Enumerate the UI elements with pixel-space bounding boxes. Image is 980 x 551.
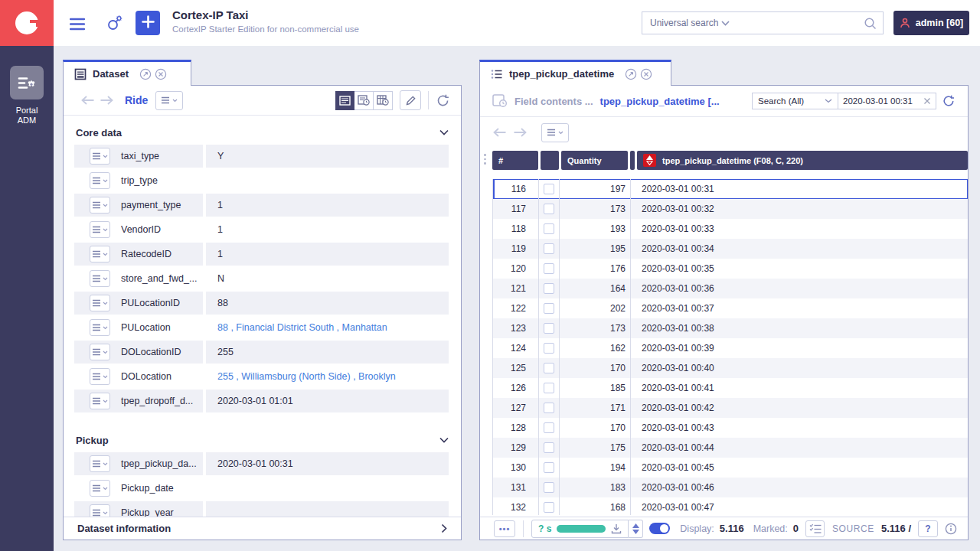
refresh-icon[interactable]: [436, 93, 450, 108]
tab-tpep-pickup-datetime[interactable]: tpep_pickup_datetime: [479, 60, 671, 86]
row-checkbox[interactable]: [544, 383, 554, 393]
search-settings-icon[interactable]: [105, 14, 123, 32]
row-checkbox[interactable]: [544, 403, 554, 413]
row-checkbox[interactable]: [544, 303, 554, 314]
field-menu-button[interactable]: [90, 172, 110, 189]
table-row[interactable]: 1321682020-03-01 00:47: [492, 497, 968, 515]
sidebar-item-portal-adm[interactable]: [10, 66, 44, 99]
record-menu-button[interactable]: [155, 91, 183, 110]
sort-ascending-icon[interactable]: [643, 154, 656, 167]
record-name[interactable]: Ride: [125, 94, 148, 106]
field-value[interactable]: 88 , Financial District South , Manhatta…: [206, 316, 449, 339]
hamburger-menu-icon[interactable]: [69, 17, 86, 31]
download-icon[interactable]: [611, 523, 622, 534]
form-history-view-button[interactable]: [354, 91, 374, 110]
form-view-button[interactable]: [335, 91, 354, 110]
table-row[interactable]: 1201762020-03-01 00:35: [492, 259, 968, 279]
column-header-quantity[interactable]: Quantity: [561, 151, 628, 170]
field-menu-button[interactable]: [90, 480, 110, 497]
field-value: N: [206, 267, 449, 290]
row-checkbox[interactable]: [544, 323, 554, 334]
field-menu-button[interactable]: [90, 319, 110, 336]
row-checkbox[interactable]: [544, 502, 554, 513]
field-menu-button[interactable]: [90, 455, 110, 472]
field-menu-button[interactable]: [90, 295, 110, 311]
universal-search-scope-select[interactable]: Universal search: [642, 11, 738, 34]
field-menu-button[interactable]: [90, 221, 110, 238]
table-row[interactable]: 1271712020-03-01 00:42: [492, 398, 968, 418]
more-options-button[interactable]: •••: [494, 520, 515, 537]
row-checkbox[interactable]: [544, 363, 554, 373]
column-drag-handle[interactable]: [484, 154, 486, 165]
column-header-datetime[interactable]: tpep_pickup_datetime (F08, C, 220): [637, 151, 968, 170]
table-row[interactable]: 1251702020-03-01 00:40: [492, 358, 968, 378]
table-row[interactable]: 1191952020-03-01 00:34: [492, 239, 968, 259]
field-search-input[interactable]: [843, 96, 916, 106]
info-icon[interactable]: [945, 523, 957, 535]
tab-dataset[interactable]: Dataset: [63, 60, 191, 86]
universal-search-input[interactable]: [745, 18, 864, 28]
row-index-cell: 131: [493, 478, 539, 497]
row-checkbox[interactable]: [544, 422, 554, 433]
edit-pencil-button[interactable]: [400, 90, 421, 110]
table-row[interactable]: 1291752020-03-01 00:44: [492, 438, 968, 458]
nav-back-icon[interactable]: [80, 95, 95, 106]
field-menu-button[interactable]: [90, 246, 110, 262]
search-icon[interactable]: [864, 17, 877, 30]
row-checkbox[interactable]: [544, 343, 554, 354]
selection-list-button[interactable]: [805, 520, 825, 537]
nav-back-icon[interactable]: [492, 127, 507, 138]
row-checkbox[interactable]: [544, 283, 554, 294]
expand-tab-icon[interactable]: [139, 68, 152, 80]
live-update-toggle[interactable]: [649, 523, 670, 534]
app-logo[interactable]: [0, 0, 54, 46]
table-row[interactable]: 1211642020-03-01 00:36: [492, 279, 968, 298]
nav-forward-icon[interactable]: [100, 95, 114, 106]
table-row[interactable]: 1222022020-03-01 00:37: [492, 298, 968, 318]
table-row[interactable]: 1231732020-03-01 00:38: [492, 318, 968, 338]
dataset-information-bar[interactable]: Dataset information: [64, 517, 461, 540]
admin-user-button[interactable]: admin [60]: [893, 11, 969, 35]
table-row[interactable]: 1301942020-03-01 00:45: [492, 458, 968, 478]
table-row[interactable]: 1281702020-03-01 00:43: [492, 418, 968, 438]
search-scope-select[interactable]: Search (All): [752, 93, 838, 109]
field-contents-field-name[interactable]: tpep_pickup_datetime [...: [600, 96, 720, 107]
column-header-index[interactable]: #: [492, 151, 538, 170]
row-checkbox[interactable]: [544, 442, 554, 453]
table-row[interactable]: 1161972020-03-01 00:31: [492, 179, 968, 199]
table-row[interactable]: 1261852020-03-01 00:41: [492, 378, 968, 398]
table-row[interactable]: 1241622020-03-01 00:39: [492, 338, 968, 358]
row-checkbox[interactable]: [544, 482, 554, 493]
row-checkbox[interactable]: [544, 184, 554, 194]
table-menu-button[interactable]: [541, 123, 569, 142]
refresh-icon[interactable]: [942, 94, 956, 108]
clear-search-icon[interactable]: [923, 97, 931, 105]
column-header-checkbox[interactable]: [541, 151, 559, 170]
field-menu-button[interactable]: [90, 197, 110, 214]
row-checkbox[interactable]: [544, 462, 554, 473]
column-resize-sliver[interactable]: [630, 151, 635, 170]
table-row[interactable]: 1311832020-03-01 00:46: [492, 478, 968, 497]
nav-forward-icon[interactable]: [513, 127, 528, 138]
table-history-view-button[interactable]: [374, 91, 393, 110]
section-pickup[interactable]: Pickup: [76, 429, 449, 451]
table-row[interactable]: 1181932020-03-01 00:33: [492, 219, 968, 239]
close-tab-icon[interactable]: [640, 68, 652, 80]
expand-tab-icon[interactable]: [625, 68, 637, 80]
close-tab-icon[interactable]: [155, 68, 167, 80]
field-menu-button[interactable]: [90, 393, 110, 409]
field-value[interactable]: 255 , Williamsburg (North Side) , Brookl…: [206, 365, 449, 388]
field-menu-button[interactable]: [90, 368, 110, 385]
field-menu-button[interactable]: [90, 270, 110, 287]
row-checkbox[interactable]: [544, 243, 554, 254]
add-button[interactable]: [136, 11, 160, 35]
field-menu-button[interactable]: [90, 148, 110, 165]
section-core-data[interactable]: Core data: [76, 122, 449, 143]
field-menu-button[interactable]: [90, 344, 110, 360]
help-button[interactable]: ?: [918, 520, 938, 537]
row-checkbox[interactable]: [544, 223, 554, 234]
row-checkbox[interactable]: [544, 263, 554, 274]
table-row[interactable]: 1171732020-03-01 00:32: [492, 199, 968, 219]
row-checkbox[interactable]: [544, 204, 554, 214]
row-stepper[interactable]: [629, 520, 643, 538]
